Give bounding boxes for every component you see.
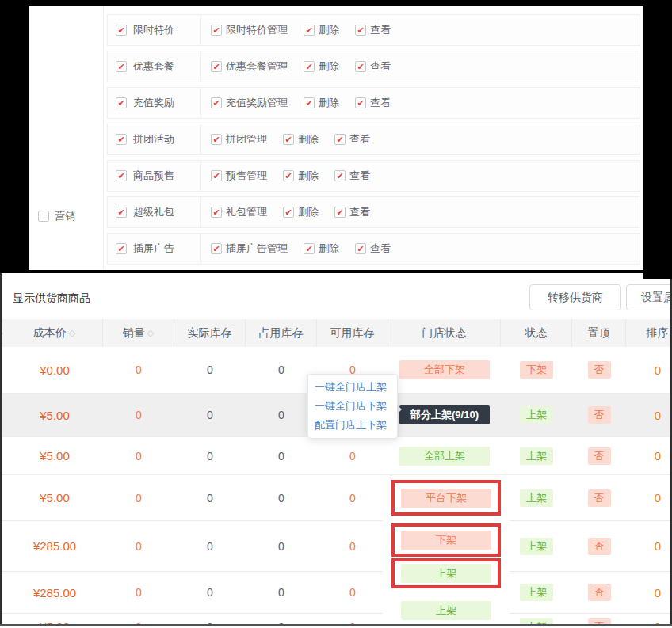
checkbox-checked-icon[interactable]: ✔	[116, 207, 127, 218]
checkbox-unchecked-icon[interactable]	[38, 211, 49, 222]
checkbox-checked-icon[interactable]: ✔	[116, 243, 127, 254]
permission-action-item[interactable]: ✔查看	[334, 169, 370, 183]
permission-action-item[interactable]: ✔查看	[334, 132, 370, 147]
permission-action-item[interactable]: ✔插屏广告管理	[211, 242, 288, 256]
permission-feature-cell[interactable]: ✔超级礼包	[108, 197, 201, 227]
status-badge[interactable]: 上架	[520, 489, 553, 507]
permission-action-item[interactable]: ✔删除	[304, 23, 339, 37]
permission-action-item[interactable]: ✔删除	[283, 169, 319, 183]
status-badge[interactable]: 全部上架	[399, 447, 490, 466]
pinned-badge[interactable]: 否	[588, 361, 611, 379]
permission-action-label: 删除	[319, 242, 339, 256]
permission-action-item[interactable]: ✔删除	[304, 242, 339, 256]
checkbox-checked-icon[interactable]: ✔	[304, 61, 315, 72]
pinned-badge[interactable]: 否	[588, 447, 611, 465]
permission-action-item[interactable]: ✔优惠套餐管理	[211, 59, 288, 74]
popup-menu-item[interactable]: 一键全门店上架	[315, 380, 391, 394]
cell-sort: 0	[626, 586, 672, 599]
checkbox-checked-icon[interactable]: ✔	[304, 243, 315, 254]
check-mark-icon: ✔	[212, 99, 220, 108]
permission-action-item[interactable]: ✔删除	[304, 96, 339, 110]
checkbox-checked-icon[interactable]: ✔	[116, 25, 127, 36]
column-header-1[interactable]: 成本价◇	[6, 319, 103, 347]
checkbox-checked-icon[interactable]: ✔	[211, 61, 222, 72]
permission-action-item[interactable]: ✔拼团管理	[211, 132, 267, 147]
cell-pinned: 否	[572, 489, 626, 507]
permission-feature-cell[interactable]: ✔拼团活动	[108, 124, 201, 154]
permission-action-label: 查看	[370, 23, 391, 37]
checkbox-checked-icon[interactable]: ✔	[283, 134, 294, 145]
transfer-supplier-button[interactable]: 转移供货商	[529, 284, 621, 310]
status-badge[interactable]: 上架	[520, 447, 553, 465]
cell-occupied-stock: 0	[246, 363, 317, 376]
pinned-badge[interactable]: 否	[588, 584, 611, 601]
checkbox-checked-icon[interactable]: ✔	[211, 134, 222, 145]
checkbox-checked-icon[interactable]: ✔	[304, 25, 315, 36]
status-badge[interactable]: 全部下架	[399, 360, 490, 379]
permission-action-item[interactable]: ✔查看	[355, 96, 391, 110]
settings-button[interactable]: 设置属	[626, 284, 672, 310]
status-badge[interactable]: 上架	[520, 406, 553, 424]
cell-cost: ¥5.00	[6, 409, 103, 422]
permission-action-item[interactable]: ✔删除	[283, 205, 319, 219]
checkbox-checked-icon[interactable]: ✔	[334, 170, 346, 181]
status-badge[interactable]: 下架	[520, 361, 553, 379]
checkbox-checked-icon[interactable]: ✔	[211, 170, 222, 181]
pinned-badge[interactable]: 否	[588, 406, 611, 424]
cell-occupied-stock: 0	[246, 540, 317, 553]
permission-feature-cell[interactable]: ✔优惠套餐	[108, 51, 201, 82]
checkbox-checked-icon[interactable]: ✔	[283, 170, 294, 181]
permission-action-item[interactable]: ✔充值奖励管理	[211, 96, 288, 110]
cell-pinned: 否	[572, 538, 626, 555]
popup-menu-item[interactable]: 配置门店上下架	[315, 418, 391, 432]
checkbox-checked-icon[interactable]: ✔	[116, 61, 127, 72]
column-header-8: 置顶	[572, 319, 626, 347]
permission-feature-cell[interactable]: ✔充值奖励	[108, 88, 201, 118]
status-badge[interactable]: 上架	[520, 538, 553, 555]
checkbox-checked-icon[interactable]: ✔	[304, 97, 315, 108]
permission-feature-cell[interactable]: ✔插屏广告	[108, 234, 201, 264]
group-marketing-checkbox-item[interactable]: 营销	[38, 209, 103, 223]
checkbox-checked-icon[interactable]: ✔	[116, 134, 127, 145]
check-mark-icon: ✔	[117, 135, 124, 144]
popup-menu-item[interactable]: 一键全门店下架	[315, 399, 391, 413]
checkbox-checked-icon[interactable]: ✔	[334, 134, 346, 145]
checkbox-checked-icon[interactable]: ✔	[116, 170, 127, 181]
permission-feature-cell[interactable]: ✔限时特价	[108, 15, 201, 45]
permission-action-item[interactable]: ✔查看	[355, 23, 391, 37]
checkbox-checked-icon[interactable]: ✔	[211, 25, 222, 36]
status-badge[interactable]: 平台下架	[401, 489, 491, 508]
status-badge[interactable]: 上架	[401, 564, 491, 583]
checkbox-checked-icon[interactable]: ✔	[211, 207, 222, 218]
cell-pinned: 否	[572, 447, 626, 465]
status-badge[interactable]: 下架	[401, 531, 491, 550]
sort-caret-icon[interactable]: ◇	[69, 328, 75, 338]
checkbox-checked-icon[interactable]: ✔	[283, 207, 294, 218]
status-badge[interactable]: 上架	[520, 584, 553, 601]
permission-action-item[interactable]: ✔查看	[334, 205, 370, 219]
checkbox-checked-icon[interactable]: ✔	[334, 207, 346, 218]
checkbox-checked-icon[interactable]: ✔	[355, 25, 366, 36]
checkbox-checked-icon[interactable]: ✔	[211, 97, 222, 108]
check-mark-icon: ✔	[357, 26, 364, 35]
cell-store-status: 全部上架	[388, 447, 501, 466]
checkbox-checked-icon[interactable]: ✔	[355, 97, 366, 108]
pinned-badge[interactable]: 否	[588, 489, 611, 507]
sort-caret-icon[interactable]: ◇	[147, 328, 154, 338]
column-header-2[interactable]: 销量◇	[103, 319, 174, 347]
checkbox-checked-icon[interactable]: ✔	[211, 243, 222, 254]
permission-action-item[interactable]: ✔预售管理	[211, 169, 267, 183]
permission-action-item[interactable]: ✔查看	[355, 59, 391, 74]
checkbox-checked-icon[interactable]: ✔	[116, 97, 127, 108]
status-badge[interactable]: 上架	[401, 601, 491, 620]
permission-feature-cell[interactable]: ✔商品预售	[108, 161, 201, 191]
checkbox-checked-icon[interactable]: ✔	[355, 243, 366, 254]
permission-action-item[interactable]: ✔删除	[283, 132, 319, 147]
permission-action-item[interactable]: ✔查看	[355, 242, 391, 256]
permission-action-item[interactable]: ✔删除	[304, 59, 339, 74]
checkbox-checked-icon[interactable]: ✔	[355, 61, 366, 72]
status-badge[interactable]: 部分上架(9/10)	[399, 405, 490, 424]
pinned-badge[interactable]: 否	[588, 538, 611, 555]
permission-action-item[interactable]: ✔限时特价管理	[211, 23, 288, 37]
permission-action-item[interactable]: ✔礼包管理	[211, 205, 267, 219]
